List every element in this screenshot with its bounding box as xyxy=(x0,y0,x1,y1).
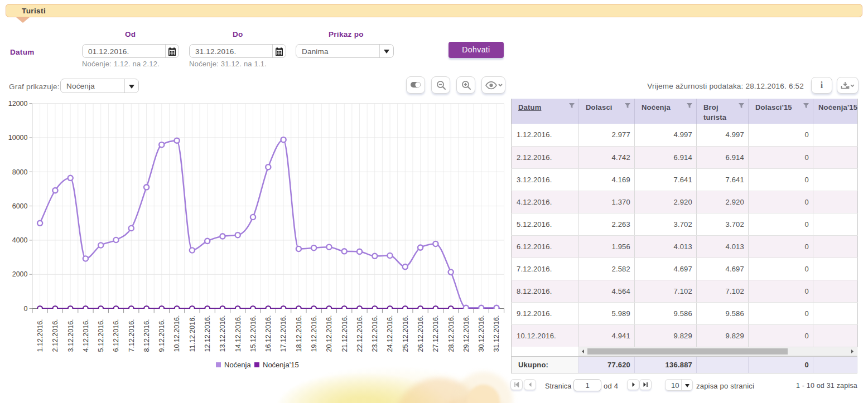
svg-text:29.12.2016.: 29.12.2016. xyxy=(462,315,470,352)
svg-text:22.12.2016.: 22.12.2016. xyxy=(356,315,364,352)
svg-text:12000: 12000 xyxy=(8,100,28,108)
svg-text:9.12.2016.: 9.12.2016. xyxy=(158,319,166,352)
svg-text:1.12.2016.: 1.12.2016. xyxy=(36,319,44,352)
svg-text:20.12.2016.: 20.12.2016. xyxy=(325,315,333,352)
svg-text:2.12.2016.: 2.12.2016. xyxy=(51,319,59,352)
svg-text:26.12.2016.: 26.12.2016. xyxy=(417,315,425,352)
svg-text:11.12.2016.: 11.12.2016. xyxy=(189,315,196,352)
svg-text:25.12.2016.: 25.12.2016. xyxy=(402,315,409,352)
svg-text:10.12.2016.: 10.12.2016. xyxy=(173,315,181,352)
svg-text:27.12.2016.: 27.12.2016. xyxy=(432,315,440,352)
svg-text:4000: 4000 xyxy=(12,236,28,244)
svg-text:3.12.2016.: 3.12.2016. xyxy=(67,319,75,352)
svg-text:8.12.2016.: 8.12.2016. xyxy=(143,319,151,352)
svg-text:23.12.2016.: 23.12.2016. xyxy=(371,315,379,352)
svg-text:16.12.2016.: 16.12.2016. xyxy=(264,315,272,352)
svg-text:7.12.2016.: 7.12.2016. xyxy=(128,319,136,352)
svg-text:30.12.2016.: 30.12.2016. xyxy=(478,315,485,352)
svg-text:12.12.2016.: 12.12.2016. xyxy=(204,315,211,352)
svg-text:5.12.2016.: 5.12.2016. xyxy=(97,319,105,352)
svg-text:31.12.2016.: 31.12.2016. xyxy=(493,315,500,352)
svg-text:Noćenja: Noćenja xyxy=(224,361,251,369)
svg-text:18.12.2016.: 18.12.2016. xyxy=(295,315,303,352)
svg-text:28.12.2016.: 28.12.2016. xyxy=(447,315,455,352)
svg-text:4.12.2016.: 4.12.2016. xyxy=(82,319,90,352)
svg-text:19.12.2016.: 19.12.2016. xyxy=(310,315,318,352)
svg-text:17.12.2016.: 17.12.2016. xyxy=(279,315,287,352)
svg-text:0: 0 xyxy=(24,305,28,313)
svg-text:14.12.2016.: 14.12.2016. xyxy=(234,315,242,352)
svg-text:6.12.2016.: 6.12.2016. xyxy=(112,319,120,352)
svg-text:13.12.2016.: 13.12.2016. xyxy=(219,315,226,352)
svg-text:10000: 10000 xyxy=(8,134,28,142)
svg-text:24.12.2016.: 24.12.2016. xyxy=(386,315,394,352)
svg-text:Noćenja'15: Noćenja'15 xyxy=(263,361,299,369)
svg-text:2000: 2000 xyxy=(12,270,28,278)
svg-text:15.12.2016.: 15.12.2016. xyxy=(249,315,257,352)
svg-text:21.12.2016.: 21.12.2016. xyxy=(341,315,349,352)
svg-text:6000: 6000 xyxy=(12,202,28,210)
svg-text:8000: 8000 xyxy=(12,168,28,176)
